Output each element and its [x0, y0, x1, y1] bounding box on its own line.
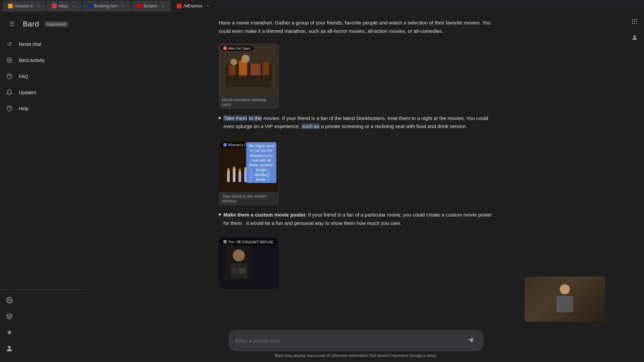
browser-chrome: Amazon.it × eBay × Booking.com × Bonprix…	[0, 0, 644, 12]
extensions-icon	[5, 312, 13, 320]
app-wrapper: ☰ Bard Experiment ↺ Reset chat Bard Acti…	[0, 12, 644, 362]
bonprix-favicon	[137, 4, 142, 8]
candles-image: Woman's Day We might need to call the fi…	[219, 140, 278, 192]
sidebar-item-label: Updates	[19, 90, 36, 95]
sidebar-item-faq[interactable]: FAQ	[0, 68, 85, 84]
bullet-tail: . It would be a fun and personal way to …	[243, 220, 401, 226]
svg-point-49	[634, 35, 636, 38]
sidebar-item-label: Bard Activity	[19, 58, 45, 63]
poster-image: Your Film Pos... HE COULDN'T REFUSE.	[219, 237, 278, 289]
input-bar-wrapper: Bard may display inaccurate or offensive…	[87, 326, 625, 362]
candles-caption: Take friend to the movies birthday	[219, 192, 279, 205]
poster-overlay-text: HE COULDN'T REFUSE.	[234, 239, 276, 245]
person-head	[560, 284, 570, 294]
sidebar-bottom	[0, 289, 87, 359]
svg-point-45	[636, 21, 637, 22]
browser-tabs: Amazon.it × eBay × Booking.com × Bonprix…	[3, 1, 216, 11]
apps-button[interactable]	[628, 15, 641, 28]
party-photo	[219, 44, 278, 96]
svg-point-42	[636, 19, 637, 20]
ebay-favicon	[52, 4, 57, 8]
party-image: Atta Girl Says	[219, 44, 278, 96]
sidebar-item-extensions[interactable]	[0, 308, 85, 324]
video-content	[525, 277, 605, 322]
sidebar-item-label: Help	[19, 106, 29, 111]
input-bar	[229, 330, 484, 351]
tab-aliexpress[interactable]: AliExpress ×	[171, 1, 216, 11]
sidebar-item-bard-activity[interactable]: Bard Activity	[0, 52, 85, 68]
image-caption: Movie marathon birthday party	[219, 96, 279, 109]
tab-bonprix[interactable]: Bonprix ×	[131, 1, 171, 11]
svg-point-40	[632, 19, 633, 20]
sidebar-item-spark[interactable]	[0, 324, 85, 341]
bullet-rest-2: a private screening or a reclining seat …	[321, 123, 467, 129]
reset-chat-icon: ↺	[5, 40, 13, 48]
bullet-item-poster: Make them a custom movie poster. If your…	[219, 211, 494, 228]
video-overlay	[525, 277, 605, 322]
help-icon	[5, 105, 13, 113]
bullet-prefix: Make them a custom movie poster.	[223, 212, 308, 218]
bullet-text: Take them to the movies. If your friend …	[223, 114, 494, 131]
image-source: Atta Girl Says	[221, 46, 253, 51]
spark-icon	[5, 328, 13, 337]
candles-image-card: Woman's Day We might need to call the fi…	[219, 140, 279, 205]
sidebar-item-label: Reset chat	[19, 42, 41, 47]
updates-icon	[5, 88, 13, 97]
svg-point-4	[9, 300, 10, 301]
tab-label: Bonprix	[144, 4, 157, 8]
candles-overlay-text: We might need to call the fire departmen…	[246, 142, 276, 183]
tab-close[interactable]: ×	[71, 4, 76, 8]
sidebar-nav: ↺ Reset chat Bard Activity FAQ Updates	[0, 34, 87, 289]
highlighted-text-2: to the	[249, 115, 262, 121]
app-logo: Bard	[23, 20, 39, 28]
highlighted-text: Take them	[223, 115, 247, 121]
tab-label: Amazon.it	[15, 4, 33, 8]
bullet-text-2: Make them a custom movie poster. If your…	[223, 211, 494, 228]
amazon-favicon	[8, 4, 13, 8]
tab-amazon[interactable]: Amazon.it ×	[3, 1, 46, 11]
svg-point-46	[632, 23, 633, 24]
prompt-input[interactable]	[235, 338, 461, 344]
bard-activity-icon	[5, 56, 13, 64]
settings-icon	[5, 296, 13, 304]
disclaimer-text: Bard may display inaccurate or offensive…	[275, 351, 438, 359]
tab-label: AliExpress	[183, 4, 203, 8]
svg-point-1	[9, 60, 10, 61]
tab-close[interactable]: ×	[161, 4, 165, 8]
person-body	[556, 296, 573, 312]
tab-booking[interactable]: Booking.com ×	[82, 1, 131, 11]
sidebar-item-updates[interactable]: Updates	[0, 84, 85, 101]
aliexpress-favicon	[177, 4, 181, 8]
main-content: Have a movie marathon. Gather a group of…	[87, 12, 625, 362]
tab-label: Booking.com	[94, 4, 117, 8]
bullet-item-movies: Take them to the movies. If your friend …	[219, 114, 494, 131]
sidebar-item-reset-chat[interactable]: ↺ Reset chat	[0, 36, 85, 52]
avatar-icon	[5, 345, 13, 353]
experiment-badge: Experiment	[44, 21, 68, 27]
intro-text: Have a movie marathon. Gather a group of…	[219, 19, 494, 36]
tab-ebay[interactable]: eBay ×	[47, 1, 81, 11]
poster-image-card: Your Film Pos... HE COULDN'T REFUSE.	[219, 237, 278, 289]
source-label: Atta Girl Says	[228, 46, 251, 50]
bullet-dot	[219, 117, 221, 119]
tab-close[interactable]: ×	[121, 4, 125, 8]
tab-close[interactable]: ×	[206, 4, 210, 8]
sidebar-item-avatar[interactable]	[0, 341, 85, 357]
faq-icon	[5, 72, 13, 80]
sidebar-item-label: FAQ	[19, 74, 28, 79]
account-button[interactable]	[628, 31, 641, 44]
svg-point-41	[634, 19, 635, 20]
sidebar: ☰ Bard Experiment ↺ Reset chat Bard Acti…	[0, 12, 87, 362]
svg-point-5	[8, 346, 11, 349]
bullet-dot-2	[219, 214, 221, 216]
send-button[interactable]	[465, 335, 477, 347]
sidebar-item-help[interactable]: Help	[0, 101, 85, 117]
tab-close[interactable]: ×	[36, 4, 41, 8]
right-icons	[625, 12, 644, 362]
hamburger-button[interactable]: ☰	[5, 17, 19, 31]
response-container: Have a movie marathon. Gather a group of…	[212, 19, 500, 294]
sidebar-item-settings[interactable]	[0, 292, 85, 308]
person-in-video	[555, 284, 575, 314]
booking-favicon	[88, 4, 92, 8]
svg-point-48	[636, 23, 637, 24]
